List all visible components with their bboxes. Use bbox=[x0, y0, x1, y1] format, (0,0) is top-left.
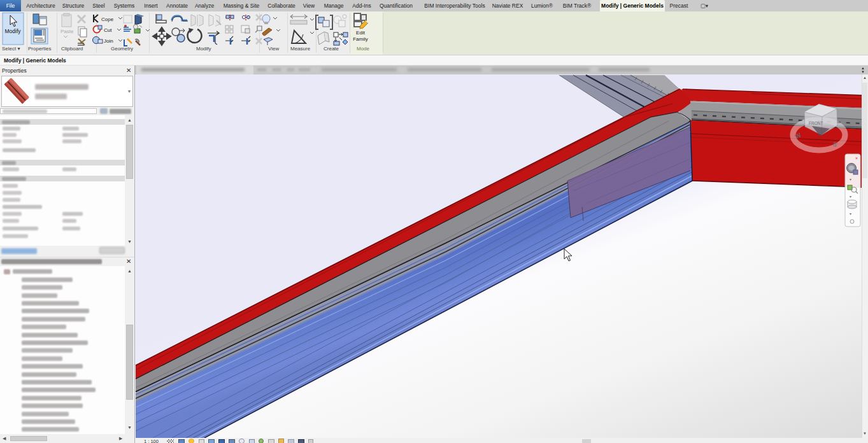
svg-text:▾: ▾ bbox=[850, 195, 851, 199]
svg-text:Paste: Paste bbox=[60, 29, 74, 34]
svg-text:Cope: Cope bbox=[101, 17, 114, 22]
svg-text:▾: ▾ bbox=[850, 178, 851, 181]
svg-text:Modify: Modify bbox=[4, 28, 21, 34]
svg-text:Join: Join bbox=[104, 38, 113, 44]
svg-text:×: × bbox=[855, 156, 858, 160]
svg-text:▾: ▾ bbox=[850, 212, 851, 216]
svg-text:Edit: Edit bbox=[356, 30, 366, 36]
svg-text:FRONT: FRONT bbox=[809, 121, 823, 125]
svg-text:Cut: Cut bbox=[104, 27, 112, 33]
svg-text:Family: Family bbox=[353, 36, 368, 42]
